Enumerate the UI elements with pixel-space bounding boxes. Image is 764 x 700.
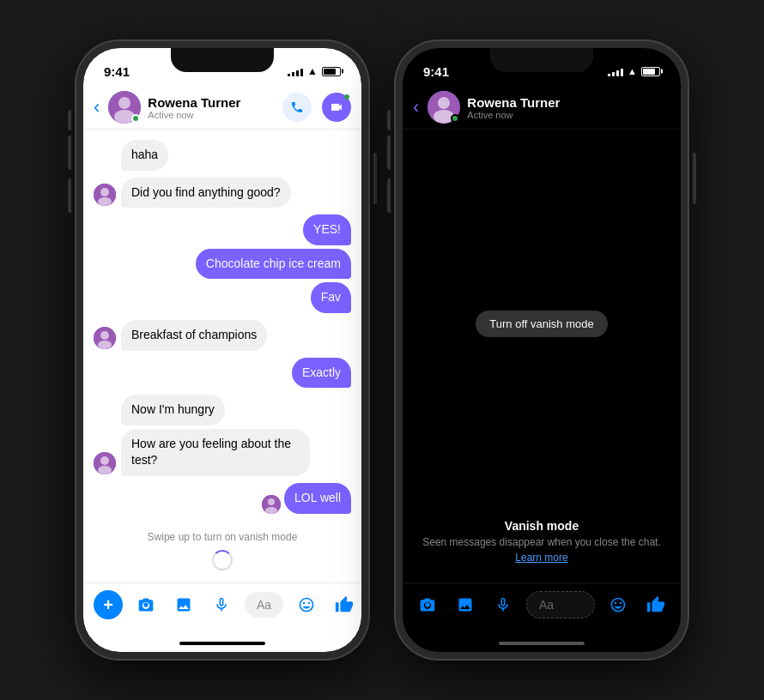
bubble-lol: LOL well (284, 483, 351, 514)
vanish-spinner (212, 550, 233, 570)
status-icons-left: ▲ (288, 65, 341, 77)
emoji-button-left[interactable] (292, 590, 321, 619)
back-button-right[interactable]: ‹ (413, 96, 419, 118)
avatar-container-left (108, 91, 141, 124)
chat-header-right: ‹ Rowena Turner Active now (403, 86, 681, 130)
silent-switch-left (68, 110, 71, 130)
header-actions-left (282, 93, 351, 122)
camera-button-right[interactable] (413, 590, 442, 619)
home-bar-right (499, 642, 585, 645)
learn-more-link[interactable]: Learn more (515, 552, 567, 564)
mic-button-right[interactable] (488, 590, 518, 619)
svg-point-4 (100, 188, 109, 196)
vanish-mode-title: Vanish mode (505, 519, 579, 533)
svg-point-14 (265, 507, 277, 514)
bubble-choc: Chocolate chip ice cream (196, 249, 351, 280)
contact-avatar-msg-3 (94, 452, 116, 474)
svg-point-7 (100, 331, 109, 340)
battery-icon-right (641, 67, 660, 76)
signal-icon-left (288, 66, 303, 76)
vanish-hint: Swipe up to turn on vanish mode (94, 517, 351, 577)
svg-point-5 (98, 197, 112, 206)
bubble-exactly: Exactly (292, 358, 351, 389)
phone-right: 9:41 ▲ ‹ (396, 41, 688, 659)
phone-left: 9:41 ▲ ‹ (76, 41, 368, 659)
chat-header-left: ‹ Rowena Turner Active now (83, 86, 361, 130)
online-indicator-left (131, 114, 140, 123)
contact-status-left: Active now (148, 110, 276, 120)
message-input-right[interactable]: Aa (526, 591, 595, 619)
message-row-6: Breakfast of champions (94, 320, 351, 351)
toolbar-left: + Aa (83, 582, 361, 637)
message-row-5: Fav (94, 282, 351, 313)
mic-button[interactable] (207, 590, 236, 619)
vol-down-right (387, 178, 391, 213)
vol-down-left (68, 178, 71, 213)
contact-status-right: Active now (467, 110, 670, 120)
status-icons-right: ▲ (608, 66, 660, 76)
vanish-info-section: Vanish mode Seen messages disappear when… (414, 510, 670, 572)
gallery-button[interactable] (169, 590, 198, 619)
thumbs-up-button-left[interactable] (330, 590, 359, 619)
svg-point-10 (100, 456, 109, 465)
notch-left (171, 48, 274, 72)
bubble-breakfast: Breakfast of champions (121, 320, 267, 351)
sent-avatar (262, 495, 281, 514)
svg-point-1 (118, 97, 130, 109)
message-row-2: Did you find anything good? (94, 178, 351, 208)
svg-point-16 (438, 97, 450, 109)
power-button-left (373, 153, 377, 204)
messages-area-left: haha Did you find anything good? (83, 130, 361, 582)
power-button-right (693, 153, 696, 204)
contact-name-left: Rowena Turner (148, 95, 276, 110)
signal-icon-right (608, 66, 623, 76)
notch-right (490, 48, 593, 72)
message-row-4: Chocolate chip ice cream (94, 249, 351, 280)
message-row-8: Now I'm hungry (94, 395, 351, 425)
phone-frame-right: 9:41 ▲ ‹ (396, 41, 688, 659)
bubble-haha: haha (121, 140, 168, 171)
online-indicator-right (451, 114, 459, 123)
bubble-find-anything: Did you find anything good? (121, 178, 291, 208)
screen-right: 9:41 ▲ ‹ (403, 48, 681, 652)
message-row-3: YES! (94, 214, 351, 245)
avatar-container-right (427, 91, 460, 124)
message-row-7: Exactly (94, 358, 351, 389)
video-call-button[interactable] (322, 93, 351, 122)
contact-avatar-msg-1 (94, 184, 116, 206)
time-left: 9:41 (104, 64, 130, 79)
vol-up-right (387, 136, 391, 170)
messages-area-right: Turn off vanish mode Vanish mode Seen me… (403, 130, 681, 582)
message-row-10: LOL well (94, 483, 351, 514)
contact-name-right: Rowena Turner (467, 95, 670, 110)
message-input-left[interactable]: Aa (245, 592, 283, 618)
svg-point-11 (98, 466, 112, 474)
phone-frame-left: 9:41 ▲ ‹ (76, 41, 368, 659)
camera-button[interactable] (131, 590, 161, 619)
svg-point-8 (98, 341, 112, 349)
screen-left: 9:41 ▲ ‹ (83, 48, 361, 652)
bubble-yes: YES! (303, 214, 351, 245)
wifi-icon-left: ▲ (307, 65, 318, 77)
vanish-mode-description: Seen messages disappear when you close t… (422, 536, 661, 548)
bubble-test: How are you feeling about the test? (121, 429, 310, 476)
svg-point-13 (268, 498, 275, 505)
toolbar-right: Aa (403, 582, 681, 637)
vol-up-left (68, 136, 71, 170)
vanish-hint-text: Swipe up to turn on vanish mode (148, 531, 298, 543)
message-row-9: How are you feeling about the test? (94, 429, 351, 476)
silent-switch-right (387, 110, 391, 130)
back-button-left[interactable]: ‹ (94, 96, 100, 118)
battery-icon-left (322, 67, 341, 76)
message-row-1: haha (94, 140, 351, 171)
gallery-button-right[interactable] (451, 590, 480, 619)
thumbs-up-button-right[interactable] (641, 590, 670, 619)
vanish-mode-pill[interactable]: Turn off vanish mode (476, 311, 607, 337)
emoji-button-right[interactable] (603, 590, 633, 619)
time-right: 9:41 (423, 64, 449, 79)
contact-info-left: Rowena Turner Active now (148, 95, 276, 120)
bubble-hungry: Now I'm hungry (121, 395, 225, 425)
wifi-icon-right: ▲ (628, 66, 637, 76)
add-button[interactable]: + (94, 590, 123, 619)
phone-call-button[interactable] (282, 93, 312, 122)
